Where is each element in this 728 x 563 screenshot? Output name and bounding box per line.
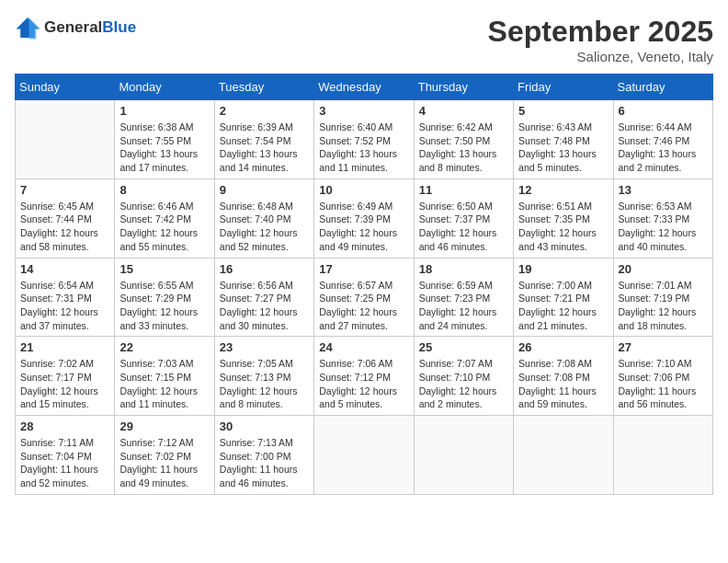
day-info: Sunrise: 6:55 AMSunset: 7:29 PMDaylight:… [119,279,209,333]
day-number: 3 [319,104,408,118]
calendar-cell: 12Sunrise: 6:51 AMSunset: 7:35 PMDayligh… [514,178,613,258]
day-number: 19 [518,262,608,276]
day-info: Sunrise: 7:06 AMSunset: 7:12 PMDaylight:… [319,357,408,411]
weekday-header-row: SundayMondayTuesdayWednesdayThursdayFrid… [16,75,713,100]
day-number: 29 [119,419,209,433]
day-info: Sunrise: 6:50 AMSunset: 7:37 PMDaylight:… [419,200,508,254]
calendar-cell: 14Sunrise: 6:54 AMSunset: 7:31 PMDayligh… [16,258,115,337]
day-info: Sunrise: 6:43 AMSunset: 7:48 PMDaylight:… [518,121,608,175]
day-number: 27 [619,340,708,354]
day-number: 20 [619,262,708,276]
day-number: 10 [319,183,408,197]
day-number: 26 [518,340,608,354]
day-info: Sunrise: 6:46 AMSunset: 7:42 PMDaylight:… [119,200,209,254]
day-info: Sunrise: 6:39 AMSunset: 7:54 PMDaylight:… [220,121,309,175]
calendar-cell: 8Sunrise: 6:46 AMSunset: 7:42 PMDaylight… [115,178,214,258]
weekday-header-friday: Friday [514,75,613,100]
calendar-cell [414,416,513,495]
day-info: Sunrise: 7:11 AMSunset: 7:04 PMDaylight:… [20,436,109,490]
day-number: 18 [419,262,508,276]
calendar-table: SundayMondayTuesdayWednesdayThursdayFrid… [15,74,713,495]
logo-text: GeneralBlue [44,18,136,37]
svg-marker-1 [29,17,40,39]
calendar-cell [16,100,115,179]
calendar-cell: 2Sunrise: 6:39 AMSunset: 7:54 PMDaylight… [214,100,313,179]
day-number: 21 [20,340,109,354]
calendar-cell [514,416,613,495]
day-number: 25 [419,340,508,354]
day-info: Sunrise: 6:48 AMSunset: 7:40 PMDaylight:… [220,200,309,254]
month-title: September 2025 [488,15,713,49]
calendar-cell: 5Sunrise: 6:43 AMSunset: 7:48 PMDaylight… [514,100,613,179]
calendar-cell: 20Sunrise: 7:01 AMSunset: 7:19 PMDayligh… [613,258,712,337]
day-number: 13 [619,183,708,197]
logo-blue: Blue [102,18,136,36]
calendar-cell: 22Sunrise: 7:03 AMSunset: 7:15 PMDayligh… [115,337,214,416]
calendar-cell [314,416,414,495]
calendar-week-row: 7Sunrise: 6:45 AMSunset: 7:44 PMDaylight… [16,178,713,258]
weekday-header-sunday: Sunday [16,75,115,100]
calendar-cell: 16Sunrise: 6:56 AMSunset: 7:27 PMDayligh… [214,258,313,337]
day-number: 9 [220,183,309,197]
calendar-week-row: 14Sunrise: 6:54 AMSunset: 7:31 PMDayligh… [16,258,713,337]
day-info: Sunrise: 6:51 AMSunset: 7:35 PMDaylight:… [518,200,608,254]
day-number: 1 [119,104,209,118]
calendar-cell: 26Sunrise: 7:08 AMSunset: 7:08 PMDayligh… [514,337,613,416]
calendar-cell: 17Sunrise: 6:57 AMSunset: 7:25 PMDayligh… [314,258,414,337]
logo: GeneralBlue [15,15,136,40]
logo-general: General [44,18,102,36]
day-number: 4 [419,104,508,118]
weekday-header-monday: Monday [115,75,214,100]
calendar-cell: 30Sunrise: 7:13 AMSunset: 7:00 PMDayligh… [214,416,313,495]
day-info: Sunrise: 6:53 AMSunset: 7:33 PMDaylight:… [619,200,708,254]
day-number: 22 [119,340,209,354]
day-info: Sunrise: 7:13 AMSunset: 7:00 PMDaylight:… [220,436,309,490]
calendar-cell: 3Sunrise: 6:40 AMSunset: 7:52 PMDaylight… [314,100,414,179]
day-number: 15 [119,262,209,276]
day-info: Sunrise: 7:07 AMSunset: 7:10 PMDaylight:… [419,357,508,411]
day-number: 23 [220,340,309,354]
day-info: Sunrise: 7:01 AMSunset: 7:19 PMDaylight:… [619,279,708,333]
calendar-week-row: 21Sunrise: 7:02 AMSunset: 7:17 PMDayligh… [16,337,713,416]
day-number: 7 [20,183,109,197]
day-number: 24 [319,340,408,354]
weekday-header-tuesday: Tuesday [214,75,313,100]
calendar-cell: 25Sunrise: 7:07 AMSunset: 7:10 PMDayligh… [414,337,513,416]
day-number: 17 [319,262,408,276]
page-header: GeneralBlue September 2025 Salionze, Ven… [15,15,713,64]
calendar-cell: 10Sunrise: 6:49 AMSunset: 7:39 PMDayligh… [314,178,414,258]
calendar-cell: 13Sunrise: 6:53 AMSunset: 7:33 PMDayligh… [613,178,712,258]
day-number: 16 [220,262,309,276]
calendar-cell [613,416,712,495]
day-number: 28 [20,419,109,433]
calendar-cell: 6Sunrise: 6:44 AMSunset: 7:46 PMDaylight… [613,100,712,179]
calendar-cell: 29Sunrise: 7:12 AMSunset: 7:02 PMDayligh… [115,416,214,495]
day-number: 8 [119,183,209,197]
day-number: 6 [619,104,708,118]
calendar-cell: 4Sunrise: 6:42 AMSunset: 7:50 PMDaylight… [414,100,513,179]
day-info: Sunrise: 7:10 AMSunset: 7:06 PMDaylight:… [619,357,708,411]
day-info: Sunrise: 7:05 AMSunset: 7:13 PMDaylight:… [220,357,309,411]
day-info: Sunrise: 6:49 AMSunset: 7:39 PMDaylight:… [319,200,408,254]
day-info: Sunrise: 6:38 AMSunset: 7:55 PMDaylight:… [119,121,209,175]
calendar-cell: 23Sunrise: 7:05 AMSunset: 7:13 PMDayligh… [214,337,313,416]
calendar-cell: 1Sunrise: 6:38 AMSunset: 7:55 PMDaylight… [115,100,214,179]
day-info: Sunrise: 6:56 AMSunset: 7:27 PMDaylight:… [220,279,309,333]
weekday-header-saturday: Saturday [613,75,712,100]
logo-icon [15,15,40,40]
calendar-cell: 19Sunrise: 7:00 AMSunset: 7:21 PMDayligh… [514,258,613,337]
title-block: September 2025 Salionze, Veneto, Italy [488,15,713,64]
calendar-cell: 28Sunrise: 7:11 AMSunset: 7:04 PMDayligh… [16,416,115,495]
day-number: 30 [220,419,309,433]
day-info: Sunrise: 7:12 AMSunset: 7:02 PMDaylight:… [119,436,209,490]
day-number: 11 [419,183,508,197]
day-info: Sunrise: 6:44 AMSunset: 7:46 PMDaylight:… [619,121,708,175]
location-subtitle: Salionze, Veneto, Italy [488,49,713,64]
day-number: 14 [20,262,109,276]
calendar-week-row: 1Sunrise: 6:38 AMSunset: 7:55 PMDaylight… [16,100,713,179]
day-info: Sunrise: 7:00 AMSunset: 7:21 PMDaylight:… [518,279,608,333]
calendar-cell: 21Sunrise: 7:02 AMSunset: 7:17 PMDayligh… [16,337,115,416]
calendar-cell: 15Sunrise: 6:55 AMSunset: 7:29 PMDayligh… [115,258,214,337]
day-info: Sunrise: 7:03 AMSunset: 7:15 PMDaylight:… [119,357,209,411]
day-info: Sunrise: 6:57 AMSunset: 7:25 PMDaylight:… [319,279,408,333]
